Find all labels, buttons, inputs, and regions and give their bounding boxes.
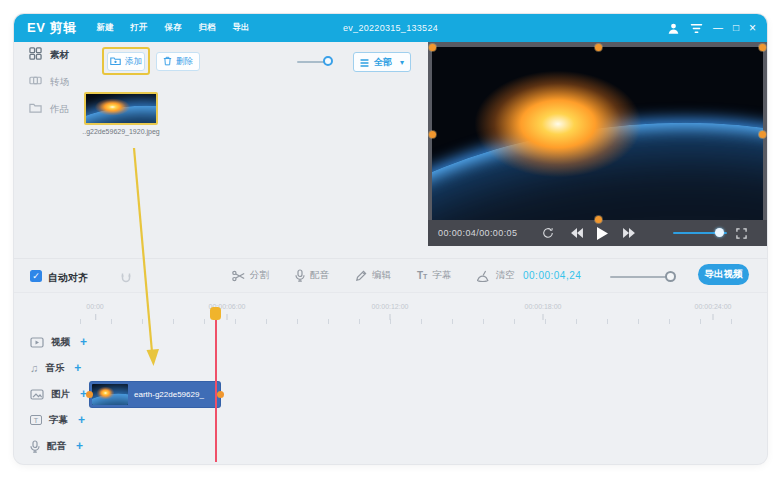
add-subtitle-button[interactable]: + — [78, 413, 85, 427]
image-track-icon — [30, 389, 44, 400]
track-header-music: ♫ 音乐 + — [30, 361, 81, 375]
resize-handle-top-center[interactable] — [595, 44, 602, 51]
sidebar-item-transitions[interactable]: 转场 — [29, 75, 69, 89]
clip-thumbnail-image — [92, 384, 128, 405]
sidebar-item-materials[interactable]: 素材 — [29, 48, 69, 62]
microphone-icon — [295, 269, 305, 282]
timeline-zoom-slider-track[interactable] — [610, 276, 672, 278]
previous-frame-icon[interactable] — [571, 228, 583, 238]
play-icon[interactable] — [597, 227, 608, 240]
volume-slider-knob[interactable] — [715, 228, 724, 237]
material-thumbnail[interactable] — [84, 92, 158, 125]
material-filename: ..g22de59629_1920.jpeg — [71, 128, 171, 135]
resize-handle-top-right[interactable] — [759, 44, 766, 51]
fullscreen-icon[interactable] — [736, 228, 747, 239]
minimize-button[interactable]: — — [713, 23, 723, 33]
menu-new[interactable]: 新建 — [96, 22, 113, 34]
resize-handle-bottom-center[interactable] — [595, 216, 602, 223]
subtitle-track-icon: T — [30, 415, 42, 425]
dubbing-tool-button[interactable]: 配音 — [295, 269, 329, 282]
preview-stage[interactable] — [432, 47, 763, 220]
toolbar-divider — [14, 258, 767, 259]
tool-label: 编辑 — [372, 269, 391, 282]
track-label: 配音 — [47, 440, 66, 453]
folder-plus-icon — [110, 56, 121, 68]
export-video-button[interactable]: 导出视频 — [698, 264, 749, 285]
close-button[interactable]: × — [749, 22, 756, 34]
sidebar-item-works[interactable]: 作品 — [29, 102, 69, 116]
player-time-display: 00:00:04/00:00:05 — [438, 228, 517, 238]
add-music-button[interactable]: + — [74, 361, 81, 375]
thumbnail-size-slider-track[interactable] — [297, 61, 325, 63]
trash-icon — [163, 56, 172, 68]
resize-handle-mid-right[interactable] — [759, 131, 766, 138]
playhead-handle[interactable] — [210, 307, 221, 320]
tool-label: 字幕 — [432, 269, 451, 282]
resize-handle-mid-left[interactable] — [429, 131, 436, 138]
track-label: 音乐 — [45, 362, 64, 375]
timeline-clip[interactable]: earth-g22de59629_ — [90, 382, 220, 407]
ruler-label: 00:00:18:00 — [525, 303, 562, 310]
timeline-ruler[interactable] — [80, 319, 755, 324]
ruler-label: 00:00:24:00 — [695, 303, 732, 310]
player-control-bar: 00:00:04/00:00:05 — [428, 220, 767, 246]
app-window: EV 剪辑 新建 打开 保存 归档 导出 ev_20220315_133524 … — [14, 14, 767, 464]
track-header-video: 视频 + — [30, 335, 87, 349]
sidebar-item-label: 转场 — [50, 76, 69, 89]
track-header-dubbing: 配音 + — [30, 439, 83, 453]
timeline-zoom-slider-knob[interactable] — [665, 271, 676, 282]
check-icon: ✓ — [32, 271, 40, 281]
material-thumbnail-image — [86, 94, 156, 123]
video-track-icon — [30, 337, 44, 348]
pencil-icon — [355, 270, 367, 282]
clear-tool-button[interactable]: 清空 — [477, 269, 514, 282]
menu-export[interactable]: 导出 — [232, 22, 249, 34]
main-menu: 新建 打开 保存 归档 导出 — [96, 22, 249, 34]
chevron-down-icon: ▾ — [400, 58, 404, 67]
music-note-icon: ♫ — [30, 363, 38, 374]
auto-align-checkbox[interactable]: ✓ — [30, 270, 42, 282]
split-tool-button[interactable]: 分割 — [232, 269, 269, 282]
tool-label: 配音 — [310, 269, 329, 282]
project-title: ev_20220315_133524 — [343, 23, 438, 33]
add-video-button[interactable]: + — [80, 335, 87, 349]
menu-open[interactable]: 打开 — [130, 22, 147, 34]
material-filter-dropdown[interactable]: 全部 ▾ — [353, 52, 411, 72]
scissors-icon — [232, 270, 245, 282]
transition-icon — [29, 73, 42, 91]
dubbing-track-icon — [30, 440, 40, 453]
resize-handle-top-left[interactable] — [429, 44, 436, 51]
theme-menu-icon[interactable] — [690, 23, 703, 34]
track-header-subtitle: T 字幕 + — [30, 413, 85, 427]
titlebar: EV 剪辑 新建 打开 保存 归档 导出 ev_20220315_133524 … — [14, 14, 767, 42]
list-filter-icon — [360, 53, 369, 71]
edit-tool-button[interactable]: 编辑 — [355, 269, 391, 282]
add-material-button[interactable]: 添加 — [107, 52, 145, 71]
clip-trim-handle-left[interactable] — [86, 391, 93, 398]
loop-playback-icon[interactable] — [542, 227, 554, 239]
ruler-label: 00:00 — [86, 303, 104, 310]
broom-icon — [477, 270, 490, 282]
track-label: 字幕 — [49, 414, 68, 427]
clip-name: earth-g22de59629_ — [134, 390, 204, 399]
delete-button-label: 删除 — [176, 56, 193, 68]
add-button-label: 添加 — [125, 56, 142, 68]
user-account-icon[interactable] — [667, 22, 680, 35]
edit-tools: 分割 配音 编辑 TT 字幕 清空 — [232, 269, 514, 282]
track-label: 视频 — [51, 336, 70, 349]
delete-material-button[interactable]: 删除 — [156, 52, 200, 71]
menu-archive[interactable]: 归档 — [198, 22, 215, 34]
ruler-label: 00:00:12:00 — [372, 303, 409, 310]
subtitle-tool-button[interactable]: TT 字幕 — [417, 269, 451, 282]
preview-video-frame — [432, 47, 763, 220]
next-frame-icon[interactable] — [623, 228, 635, 238]
clip-trim-handle-right[interactable] — [217, 391, 224, 398]
preview-panel: 00:00:04/00:00:05 — [428, 42, 767, 246]
filter-selected-value: 全部 — [374, 56, 395, 69]
thumbnail-size-slider-knob[interactable] — [323, 56, 333, 66]
menu-save[interactable]: 保存 — [164, 22, 181, 34]
add-dubbing-button[interactable]: + — [76, 439, 83, 453]
magnet-snap-icon[interactable] — [120, 270, 132, 288]
sidebar-item-label: 素材 — [50, 49, 69, 62]
maximize-button[interactable]: □ — [733, 23, 739, 33]
